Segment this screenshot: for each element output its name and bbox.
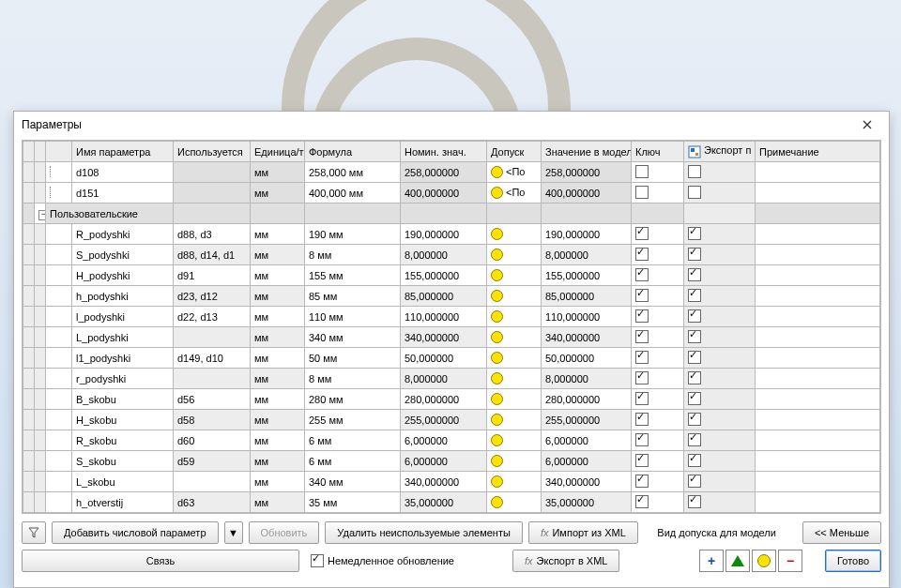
note-cell[interactable] <box>756 327 880 348</box>
export-cell[interactable] <box>684 327 756 348</box>
col-modelvalue[interactable]: Значение в модел <box>542 142 632 162</box>
key-cell[interactable] <box>632 265 684 286</box>
export-cell[interactable] <box>684 265 756 286</box>
tolerance-cell[interactable] <box>487 286 542 307</box>
note-cell[interactable] <box>756 451 880 472</box>
tolerance-cell[interactable] <box>487 265 542 286</box>
export-cell[interactable] <box>684 183 756 204</box>
export-checkbox[interactable] <box>688 268 701 281</box>
table-row[interactable]: l_podyshki d22, d13 мм 110 мм 110,000000… <box>23 307 880 327</box>
parameters-grid[interactable]: Имя параметра Используется Единица/ти Фо… <box>22 140 881 514</box>
tolerance-cell[interactable] <box>487 348 542 369</box>
formula-cell[interactable]: 50 мм <box>305 348 401 369</box>
export-checkbox[interactable] <box>688 289 701 302</box>
note-cell[interactable] <box>756 307 880 327</box>
add-numeric-param-button[interactable]: Добавить числовой параметр <box>52 521 219 544</box>
param-name-cell[interactable]: h_podyshki <box>72 286 174 307</box>
formula-cell[interactable]: 258,000 мм <box>305 162 401 183</box>
key-checkbox[interactable] <box>635 475 649 488</box>
export-cell[interactable] <box>684 348 756 369</box>
param-name-cell[interactable]: R_skobu <box>72 430 174 451</box>
unit-cell[interactable]: мм <box>251 410 305 430</box>
export-cell[interactable] <box>684 451 756 472</box>
tolerance-cell[interactable] <box>487 410 542 430</box>
key-checkbox[interactable] <box>635 351 649 364</box>
col-unit[interactable]: Единица/ти <box>251 142 305 162</box>
table-row[interactable]: d151 мм 400,000 мм 400,000000 <По 400,00… <box>23 183 880 204</box>
key-cell[interactable] <box>632 307 684 327</box>
less-button[interactable]: << Меньше <box>802 521 881 544</box>
table-row[interactable]: S_podyshki d88, d14, d1 мм 8 мм 8,000000… <box>23 245 880 265</box>
param-name-cell[interactable]: h_otverstij <box>72 492 174 513</box>
note-cell[interactable] <box>756 369 880 389</box>
export-checkbox[interactable] <box>688 371 701 384</box>
col-note[interactable]: Примечание <box>756 142 880 162</box>
export-checkbox[interactable] <box>688 351 701 364</box>
tolerance-cell[interactable] <box>487 307 542 327</box>
key-cell[interactable] <box>632 286 684 307</box>
export-checkbox[interactable] <box>688 392 701 405</box>
table-row[interactable]: H_skobu d58 мм 255 мм 255,000000 255,000… <box>23 410 880 430</box>
tolerance-triangle-button[interactable] <box>725 550 750 572</box>
key-checkbox[interactable] <box>635 186 649 199</box>
key-checkbox[interactable] <box>635 309 649 323</box>
export-cell[interactable] <box>684 492 756 513</box>
note-cell[interactable] <box>756 183 880 204</box>
unit-cell[interactable]: мм <box>251 327 305 348</box>
note-cell[interactable] <box>756 286 880 307</box>
export-cell[interactable] <box>684 410 756 430</box>
category-row[interactable]: − Пользовательские <box>23 204 880 224</box>
export-checkbox[interactable] <box>688 475 701 488</box>
key-cell[interactable] <box>632 245 684 265</box>
col-nominal[interactable]: Номин. знач. <box>401 142 487 162</box>
tolerance-cell[interactable] <box>487 451 542 472</box>
formula-cell[interactable]: 340 мм <box>305 472 401 492</box>
formula-cell[interactable]: 85 мм <box>305 286 401 307</box>
unit-cell[interactable]: мм <box>251 286 305 307</box>
formula-cell[interactable]: 255 мм <box>305 410 401 430</box>
export-checkbox[interactable] <box>688 309 701 323</box>
key-checkbox[interactable] <box>635 248 649 261</box>
tolerance-plus-button[interactable]: + <box>699 550 724 572</box>
link-button[interactable]: Связь <box>22 550 299 572</box>
unit-cell[interactable]: мм <box>251 348 305 369</box>
note-cell[interactable] <box>756 472 880 492</box>
tolerance-cell[interactable] <box>487 327 542 348</box>
tolerance-cell[interactable] <box>487 472 542 492</box>
col-tolerance[interactable]: Допуск <box>487 142 542 162</box>
note-cell[interactable] <box>756 265 880 286</box>
tolerance-cell[interactable] <box>487 224 542 245</box>
export-xml-button[interactable]: fxЭкспорт в XML <box>512 550 619 572</box>
formula-cell[interactable]: 280 мм <box>305 389 401 410</box>
key-checkbox[interactable] <box>635 454 649 467</box>
col-key[interactable]: Ключ <box>632 142 684 162</box>
key-cell[interactable] <box>632 348 684 369</box>
key-cell[interactable] <box>632 183 684 204</box>
table-row[interactable]: H_podyshki d91 мм 155 мм 155,000000 155,… <box>23 265 880 286</box>
param-name-cell[interactable]: H_skobu <box>72 410 174 430</box>
table-row[interactable]: d108 мм 258,000 мм 258,000000 <По 258,00… <box>23 162 880 183</box>
param-name-cell[interactable]: d151 <box>72 183 174 204</box>
note-cell[interactable] <box>756 492 880 513</box>
key-cell[interactable] <box>632 410 684 430</box>
key-checkbox[interactable] <box>635 495 649 508</box>
export-cell[interactable] <box>684 224 756 245</box>
export-cell[interactable] <box>684 245 756 265</box>
table-row[interactable]: B_skobu d56 мм 280 мм 280,000000 280,000… <box>23 389 880 410</box>
table-row[interactable]: L_skobu мм 340 мм 340,000000 340,000000 <box>23 472 880 492</box>
param-name-cell[interactable]: d108 <box>72 162 174 183</box>
note-cell[interactable] <box>756 430 880 451</box>
param-name-cell[interactable]: L_skobu <box>72 472 174 492</box>
unit-cell[interactable]: мм <box>251 492 305 513</box>
key-cell[interactable] <box>632 224 684 245</box>
formula-cell[interactable]: 340 мм <box>305 327 401 348</box>
key-checkbox[interactable] <box>635 330 649 343</box>
formula-cell[interactable]: 400,000 мм <box>305 183 401 204</box>
key-checkbox[interactable] <box>635 413 649 426</box>
key-cell[interactable] <box>632 162 684 183</box>
formula-cell[interactable]: 8 мм <box>305 245 401 265</box>
key-cell[interactable] <box>632 327 684 348</box>
table-row[interactable]: S_skobu d59 мм 6 мм 6,000000 6,000000 <box>23 451 880 472</box>
export-cell[interactable] <box>684 430 756 451</box>
unit-cell[interactable]: мм <box>251 245 305 265</box>
